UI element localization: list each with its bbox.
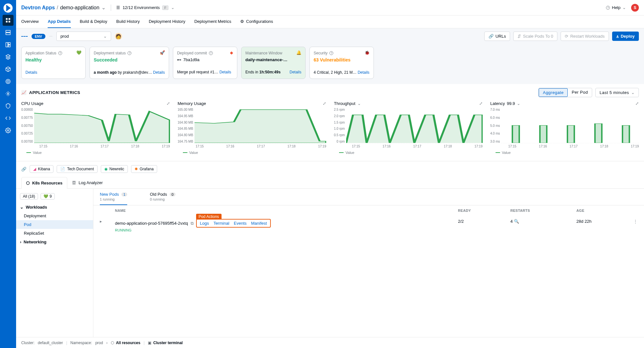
perpod-button[interactable]: Per Pod <box>568 88 592 97</box>
nav-app-groups[interactable] <box>3 27 14 38</box>
chip-techdoc[interactable]: 📄Tech Document <box>57 165 97 173</box>
resource-tree: All (18) 💚9 ⌄Workloads Deployment Pod Re… <box>16 189 93 337</box>
expand-icon[interactable]: ⤢ <box>323 101 326 106</box>
chevron-down-icon: ⌄ <box>171 5 175 10</box>
tab-build-history[interactable]: Build History <box>116 15 140 28</box>
env-connector <box>49 36 52 36</box>
env-filter[interactable]: ☰ 12/12 Environments F ⌄ <box>116 5 175 10</box>
chevron-down-icon[interactable]: ⌄ <box>101 5 106 11</box>
copy-icon[interactable]: ⧉ <box>191 221 194 226</box>
tab-overview[interactable]: Overview <box>21 15 39 28</box>
info-icon[interactable]: ? <box>128 51 131 55</box>
tab-log-analyzer[interactable]: ☲Log Analyzer <box>67 177 108 188</box>
tree-workloads[interactable]: ⌄Workloads <box>16 203 93 212</box>
footer-cluster-terminal[interactable]: ▣Cluster terminal <box>148 341 183 345</box>
rocket-icon: 🚀 <box>160 50 165 55</box>
chip-grafana[interactable]: ✺Grafana <box>131 165 157 173</box>
details-link[interactable]: Details <box>25 70 37 75</box>
nav-bulk-edit[interactable] <box>3 76 14 87</box>
lat-bars <box>501 108 639 143</box>
tree-pod[interactable]: Pod <box>16 220 93 229</box>
legend-swatch <box>183 152 187 153</box>
pill-health[interactable]: 💚9 <box>41 193 55 200</box>
th-age: AGE <box>570 205 627 216</box>
svg-point-13 <box>7 130 9 131</box>
svg-rect-15 <box>540 126 546 143</box>
nav-applications[interactable] <box>3 15 14 26</box>
pods-tab-old[interactable]: Old Pods0 0 running <box>150 192 175 205</box>
tab-deployment-metrics[interactable]: Deployment Metrics <box>194 15 231 28</box>
rocket-icon: ⍋ <box>616 34 619 39</box>
link-icon: 🔗 <box>21 167 26 172</box>
svg-rect-9 <box>8 45 10 47</box>
info-icon[interactable]: ? <box>209 51 213 55</box>
urls-button[interactable]: 🔗URLs <box>484 32 510 41</box>
card-title-text: Maintenance Window <box>245 51 282 55</box>
nav-package[interactable] <box>3 64 14 75</box>
action-manifest[interactable]: Manifest <box>251 221 267 226</box>
nav-code[interactable] <box>3 113 14 124</box>
time-range-select[interactable]: Last 5 minutes⌄ <box>595 88 639 97</box>
env-select[interactable]: prod ⌄ <box>56 32 111 41</box>
breadcrumb-app: demo-application <box>60 5 99 11</box>
tree-replicaset[interactable]: ReplicaSet <box>16 229 93 238</box>
expand-icon[interactable]: ⤢ <box>635 101 639 106</box>
svg-rect-6 <box>6 33 10 35</box>
nav-clusters[interactable] <box>3 88 14 99</box>
nav-global-config[interactable] <box>3 125 14 136</box>
chart-memory: Memory Usage ⤢ 165.00 MB164.95 MB164.90 … <box>178 101 327 155</box>
tab-build-deploy[interactable]: Build & Deploy <box>80 15 107 28</box>
expand-row-icon[interactable]: ▸ <box>100 219 102 224</box>
nav-charts[interactable] <box>3 52 14 62</box>
nav-resource-browser[interactable] <box>3 39 14 50</box>
magnify-icon[interactable]: 🔍 <box>514 219 519 224</box>
action-terminal[interactable]: Terminal <box>213 221 229 226</box>
percentile: 99.9 <box>507 101 515 106</box>
pods-tab-new[interactable]: New Pods1 1 running <box>100 192 127 205</box>
chip-kibana[interactable]: ◢Kibana <box>30 165 53 173</box>
chevron-down-icon[interactable]: ⌄ <box>517 101 520 106</box>
scale-pods-button[interactable]: ⇵Scale Pods To 0 <box>513 32 557 41</box>
bell-icon: 🔔 <box>296 50 301 55</box>
card-title-text: Deployed commit <box>177 51 207 55</box>
pill-all[interactable]: All (18) <box>20 193 38 200</box>
chevron-down-icon[interactable]: ⌄ <box>357 101 361 106</box>
y-axis: 7.0 ms6.0 ms5.0 ms4.0 ms3.0 ms <box>490 108 501 143</box>
details-link[interactable]: Details <box>289 70 301 74</box>
chip-newrelic[interactable]: ◉Newrelic <box>101 165 128 173</box>
info-icon[interactable]: ? <box>58 51 62 55</box>
legend-swatch <box>339 152 344 153</box>
breadcrumb: Devtron Apps / demo-application ⌄ <box>21 5 106 11</box>
chart-cpu: CPU Usage ⤢ 0.008000.007750.007500.00725… <box>21 101 170 155</box>
details-link[interactable]: Details <box>219 70 231 74</box>
expand-icon[interactable]: ⤢ <box>479 101 483 106</box>
logo <box>3 3 14 14</box>
tab-app-details[interactable]: App Details <box>48 15 71 28</box>
action-logs[interactable]: Logs <box>200 221 209 226</box>
restart-button[interactable]: ⟳Restart Workloads <box>561 32 609 41</box>
expand-icon[interactable]: ⤢ <box>166 101 170 106</box>
tab-k8s-resources[interactable]: ⬡K8s Resources <box>21 177 67 189</box>
svg-rect-16 <box>567 126 574 143</box>
svg-point-11 <box>7 80 9 82</box>
footer-all-resources[interactable]: ⬡All resources <box>111 341 140 345</box>
help-menu[interactable]: ? Help ⌄ <box>606 5 626 10</box>
tab-deployment-history[interactable]: Deployment History <box>149 15 185 28</box>
breadcrumb-root[interactable]: Devtron Apps <box>21 5 55 11</box>
tab-configurations[interactable]: ⚙Configurations <box>240 15 273 28</box>
action-events[interactable]: Events <box>234 221 247 226</box>
details-link[interactable]: Details <box>358 70 370 75</box>
newrelic-icon: ◉ <box>104 167 108 171</box>
details-link[interactable]: Details <box>153 70 165 75</box>
footer-cluster: default_cluster <box>38 341 63 345</box>
tree-deployment[interactable]: Deployment <box>16 212 93 220</box>
env-filter-text: 12/12 Environments <box>123 5 160 10</box>
metrics-header: 📈 APPLICATION METRICS Aggregate Per Pod … <box>16 84 644 97</box>
deploy-button[interactable]: ⍋Deploy <box>612 32 639 41</box>
avatar[interactable]: S <box>631 4 639 12</box>
info-icon[interactable]: ? <box>329 51 333 55</box>
row-menu-icon[interactable]: ⋮ <box>627 216 644 235</box>
aggregate-button[interactable]: Aggregate <box>539 88 568 97</box>
nav-security[interactable] <box>3 100 14 111</box>
tree-networking[interactable]: ›Networking <box>16 238 93 246</box>
